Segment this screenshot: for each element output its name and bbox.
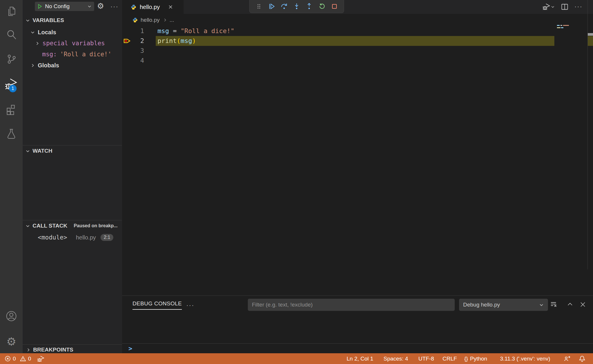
ruler-cursor-marker bbox=[588, 33, 593, 36]
breakpoint-paused-arrow-icon[interactable] bbox=[123, 37, 132, 44]
search-icon[interactable] bbox=[0, 24, 23, 45]
stop-icon bbox=[331, 3, 338, 10]
console-input-row[interactable]: > bbox=[122, 343, 593, 354]
start-debug-icon bbox=[37, 4, 42, 9]
call-stack-section-header[interactable]: CALL STACK Paused on breakp... bbox=[23, 221, 122, 230]
ruler-current-line-marker bbox=[588, 36, 593, 46]
token-paren: ) bbox=[192, 37, 196, 44]
eol-status[interactable]: CRLF bbox=[442, 353, 457, 364]
overview-ruler[interactable] bbox=[587, 0, 593, 269]
braces-icon: {} bbox=[464, 356, 468, 362]
chevron-up-icon bbox=[567, 301, 574, 308]
testing-icon[interactable] bbox=[0, 123, 23, 145]
token-operator: = bbox=[173, 27, 177, 35]
special-variables-row[interactable]: special variables bbox=[23, 38, 122, 49]
tab-debug-console[interactable]: DEBUG CONSOLE bbox=[132, 300, 182, 310]
token-argument: msg bbox=[180, 37, 192, 44]
feedback-person-icon bbox=[564, 355, 571, 362]
tab-hello-py[interactable]: hello.py bbox=[122, 0, 184, 14]
language-mode-status[interactable]: {} Python bbox=[464, 353, 487, 364]
feedback-button[interactable] bbox=[564, 353, 571, 364]
console-filter-input[interactable] bbox=[248, 299, 455, 311]
call-stack-status: Paused on breakp... bbox=[74, 223, 118, 228]
continue-button[interactable] bbox=[267, 2, 277, 11]
maximize-panel-button[interactable] bbox=[566, 300, 574, 309]
chevron-down-icon bbox=[539, 302, 544, 307]
continue-icon bbox=[268, 3, 275, 10]
breadcrumb-more: ... bbox=[170, 17, 174, 23]
variable-name: msg: bbox=[42, 51, 57, 58]
scope-locals-row[interactable]: Locals bbox=[23, 27, 122, 38]
debug-more-actions[interactable]: ··· bbox=[110, 3, 119, 10]
line-number: 2 bbox=[131, 36, 144, 46]
problems-status[interactable]: 0 0 bbox=[5, 353, 31, 364]
step-over-icon bbox=[280, 3, 288, 10]
minimap[interactable] bbox=[555, 24, 587, 59]
breadcrumb-file: hello.py bbox=[141, 17, 160, 23]
tab-label: hello.py bbox=[140, 4, 160, 10]
chevron-down-icon bbox=[87, 4, 92, 9]
extensions-icon[interactable] bbox=[0, 99, 23, 120]
source-control-icon[interactable] bbox=[0, 48, 23, 70]
variables-section-header[interactable]: VARIABLES bbox=[23, 16, 122, 25]
close-icon bbox=[579, 301, 586, 308]
accounts-icon[interactable] bbox=[0, 305, 23, 327]
python-interpreter-status[interactable]: 3.11.3 ('.venv': venv) bbox=[500, 353, 550, 364]
encoding-status[interactable]: UTF-8 bbox=[418, 353, 434, 364]
clear-console-icon bbox=[550, 301, 558, 308]
chevron-right-icon bbox=[30, 63, 35, 68]
indentation-status[interactable]: Spaces: 4 bbox=[384, 353, 408, 364]
debug-run-icon bbox=[37, 355, 45, 363]
step-out-button[interactable] bbox=[304, 2, 314, 11]
code-line-2-current: 2 print(msg) bbox=[122, 36, 593, 46]
grip-dots-icon bbox=[256, 3, 261, 9]
frame-file: hello.py bbox=[76, 234, 96, 241]
debugging-status-icon[interactable] bbox=[37, 353, 45, 364]
frame-name: <module> bbox=[38, 234, 67, 241]
stop-button[interactable] bbox=[329, 2, 339, 11]
chevron-down-icon bbox=[25, 149, 30, 154]
chevron-down-icon bbox=[30, 30, 35, 35]
debug-session-dropdown[interactable]: Debug hello.py bbox=[459, 299, 548, 311]
call-stack-title: CALL STACK bbox=[33, 223, 67, 229]
editor-more-actions[interactable]: ··· bbox=[574, 3, 583, 10]
editor-area: hello.py bbox=[122, 0, 593, 354]
notifications-bell[interactable] bbox=[579, 353, 585, 364]
code-line-1: 1 msg="Roll a dice!" bbox=[122, 26, 593, 36]
split-editor-icon[interactable] bbox=[561, 3, 569, 11]
settings-gear-icon[interactable]: ⚙ bbox=[0, 331, 23, 352]
cursor-position-status[interactable]: Ln 2, Col 1 bbox=[347, 353, 373, 364]
toolbar-drag-handle[interactable] bbox=[254, 2, 264, 11]
run-python-file-button[interactable] bbox=[542, 3, 555, 11]
section-divider bbox=[23, 145, 122, 145]
step-over-button[interactable] bbox=[279, 2, 289, 11]
watch-section-header[interactable]: WATCH bbox=[23, 146, 122, 156]
debug-settings-gear-icon[interactable]: ⚙ bbox=[97, 2, 104, 10]
tab-strip: hello.py bbox=[122, 0, 593, 14]
step-into-button[interactable] bbox=[292, 2, 302, 11]
panel-more-actions[interactable]: ··· bbox=[186, 302, 194, 309]
section-divider bbox=[23, 344, 122, 345]
step-into-icon bbox=[293, 3, 300, 10]
close-panel-button[interactable] bbox=[579, 300, 587, 309]
code-editor[interactable]: 1 msg="Roll a dice!" 2 print(msg) 3 4 bbox=[122, 26, 593, 295]
watch-title: WATCH bbox=[33, 148, 52, 154]
python-file-icon bbox=[132, 17, 138, 23]
chevron-down-icon bbox=[551, 5, 555, 9]
explorer-icon[interactable] bbox=[0, 1, 23, 22]
clear-console-button[interactable] bbox=[550, 300, 558, 309]
close-tab-icon[interactable] bbox=[168, 4, 173, 10]
breakpoints-title: BREAKPOINTS bbox=[33, 347, 73, 353]
breadcrumb[interactable]: hello.py ... bbox=[122, 14, 593, 26]
debug-config-dropdown[interactable]: No Config bbox=[35, 2, 94, 11]
line-number: 4 bbox=[131, 56, 144, 66]
restart-button[interactable] bbox=[317, 2, 327, 11]
line-number: 1 bbox=[131, 26, 144, 36]
run-and-debug-icon[interactable]: 1 bbox=[0, 73, 23, 95]
stack-frame-row[interactable]: <module> hello.py 2:1 bbox=[23, 232, 122, 243]
variable-value: 'Roll a dice!' bbox=[60, 51, 112, 58]
chevron-down-icon bbox=[25, 18, 30, 23]
scope-globals-row[interactable]: Globals bbox=[23, 60, 122, 71]
variable-msg-row[interactable]: msg: 'Roll a dice!' bbox=[23, 49, 122, 60]
token-variable: msg bbox=[157, 27, 169, 35]
